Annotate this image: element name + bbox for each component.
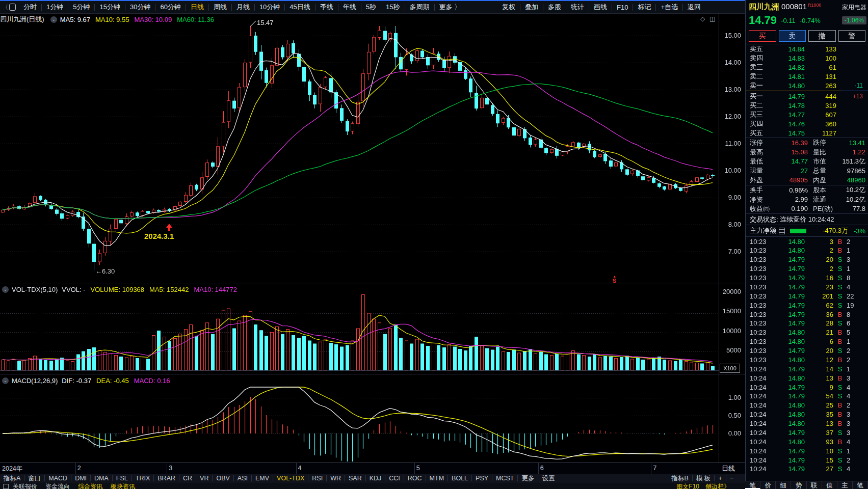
quote-tab-1-价[interactable]: 价 [760,481,776,489]
indicator-item-BRAR[interactable]: BRAR [154,475,179,482]
toolbar-item-16[interactable]: 更多 〉 [435,3,466,12]
indicator-item-WR[interactable]: WR [327,475,345,482]
indicator-item-CR[interactable]: CR [179,475,196,482]
toolbar-item-12[interactable]: 年线 [338,3,361,12]
toolbar-item-11[interactable]: 季线 [315,3,338,12]
collapse-icon[interactable]: 〈 [2,3,16,12]
indicator-item-FSL[interactable]: FSL [113,475,131,482]
toolbar-right-item-3[interactable]: 统计 [566,3,589,12]
indicator-right-item-0[interactable]: 指标B [668,474,692,483]
quote-tab-5-值[interactable]: 值 [822,481,837,489]
indicator-item-DMA[interactable]: DMA [91,475,112,482]
indicator-item-MCST[interactable]: MCST [492,475,517,482]
chevron-down-icon[interactable]: ⌄ [50,16,57,23]
indicator-item-窗口[interactable]: 窗口 [24,474,44,483]
bid-qty: 444 [805,93,836,100]
stats-row: 最低14.77市值151.3亿 [746,157,868,166]
tick-count: 1 [847,247,862,254]
toolbar-item-3[interactable]: 15分钟 [95,3,124,12]
indicator-item-TRIX[interactable]: TRIX [132,475,153,482]
tick-count: 22 [847,292,862,300]
quote-tab-3-势[interactable]: 势 [791,481,806,489]
split-view-icon[interactable]: ◫ [709,15,715,22]
period-toolbar: 〈 分时1分钟5分钟15分钟30分钟60分钟日线周线月线10分钟45日线季线年线… [0,1,745,14]
chevron-down-icon[interactable]: ⌄ [2,286,9,293]
toolbar-right-item-1[interactable]: 叠加 [520,3,543,12]
toolbar-item-9[interactable]: 10分钟 [255,3,284,12]
toolbar-item-8[interactable]: 月线 [232,3,254,12]
indicator-item-KDJ[interactable]: KDJ [366,475,385,482]
tick-time: 10:23 [750,329,769,336]
toolbar-right-item-0[interactable]: 复权 [497,3,520,12]
chevron-down-icon[interactable]: ⌄ [2,377,9,384]
indicator-item-MACD[interactable]: MACD [45,475,71,482]
quote-tab-2-细[interactable]: 细 [776,481,791,489]
period-items: 分时1分钟5分钟15分钟30分钟60分钟日线周线月线10分钟45日线季线年线5秒… [19,3,465,12]
footer-item-2[interactable]: 综合资讯 [78,483,102,489]
toolbar-item-2[interactable]: 5分钟 [68,3,94,12]
toolbar-right-item-2[interactable]: 多股 [543,3,566,12]
quote-tab-0-笔[interactable]: 笔 [745,481,760,489]
toolbar-item-4[interactable]: 30分钟 [125,3,155,12]
footer-right-item-0[interactable]: 图文F10 [676,483,699,489]
indicator-item-ASI[interactable]: ASI [234,475,251,482]
toolbar-item-15[interactable]: 多周期 [405,3,434,12]
toolbar-item-5[interactable]: 60分钟 [155,3,185,12]
indicator-item-DMI[interactable]: DMI [71,475,90,482]
footer-item-3[interactable]: 板块资讯 [111,483,135,489]
indicator-item-指标A[interactable]: 指标A [0,474,24,483]
industry-label[interactable]: 家用电器 [842,3,866,12]
panel-icon[interactable] [3,484,9,489]
tick-qty: 16 [805,274,833,282]
indicator-right-item-2[interactable]: + [715,475,725,482]
indicator-item-BOLL[interactable]: BOLL [448,475,471,482]
volume-chart-canvas[interactable] [0,294,719,373]
diamond-icon[interactable]: ◇ [700,15,705,22]
trade-button-alert[interactable]: 警 [838,30,866,42]
toolbar-item-14[interactable]: 15秒 [381,3,404,12]
indicator-item-PSY[interactable]: PSY [472,475,492,482]
tick-row: 10:2314.7916S8 [746,274,868,283]
toolbar-right-item-7[interactable]: +自选 [656,3,682,12]
toolbar-right-item-8[interactable]: 返回 [683,3,705,12]
toolbar-right-item-4[interactable]: 画线 [589,3,612,12]
indicator-item-SAR[interactable]: SAR [345,475,365,482]
price-chart-canvas[interactable] [0,25,719,284]
quote-tab-7-笔[interactable]: 笔 [853,481,868,489]
toolbar-item-6[interactable]: 日线 [186,3,208,12]
indicator-item-OBV[interactable]: OBV [213,475,233,482]
toolbar-item-10[interactable]: 45日线 [285,3,314,12]
indicator-right-item-1[interactable]: 模 板 [693,474,714,483]
indicator-item-RSI[interactable]: RSI [308,475,326,482]
indicator-right-item-3[interactable]: − [726,475,737,482]
detail-list-icon[interactable] [779,228,785,234]
toolbar-right-item-5[interactable]: F10 [612,4,633,11]
macd-chart-canvas[interactable] [0,386,719,463]
trade-button-sell[interactable]: 卖 [779,30,806,42]
trade-button-buy[interactable]: 买 [749,30,776,42]
toolbar-item-0[interactable]: 分时 [19,3,41,12]
footer-right-item-1[interactable]: 侧边栏》 [705,483,730,489]
toolbar-item-1[interactable]: 1分钟 [42,3,68,12]
month-label: 4 [298,465,302,472]
footer-item-1[interactable]: 资金流向 [45,483,70,489]
footer-item-0[interactable]: 关联报价 [13,483,37,489]
indicator-item-ROC[interactable]: ROC [404,475,426,482]
tick-direction: S [833,365,847,373]
quote-tab-6-主[interactable]: 主 [837,481,853,489]
indicator-item-MTM[interactable]: MTM [426,475,448,482]
macd-axis-label: 1.00 [720,394,741,401]
indicator-item-EMV[interactable]: EMV [252,475,273,482]
toolbar-item-13[interactable]: 5秒 [361,3,381,12]
stats-row: 涨停16.39跌停13.41 [746,138,868,147]
indicator-item-更多[interactable]: 更多 [518,474,538,483]
indicator-item-VR[interactable]: VR [196,475,212,482]
indicator-item-VOL-TDX[interactable]: VOL-TDX [273,475,308,482]
indicator-item-设置[interactable]: 设置 [538,474,558,483]
quote-tab-4-联[interactable]: 联 [807,481,822,489]
trade-button-cancel[interactable]: 撤 [808,30,836,42]
bid-qty: 319 [805,102,836,110]
toolbar-item-7[interactable]: 周线 [209,3,231,12]
indicator-item-CCI[interactable]: CCI [385,475,404,482]
toolbar-right-item-6[interactable]: 标记 [633,3,655,12]
